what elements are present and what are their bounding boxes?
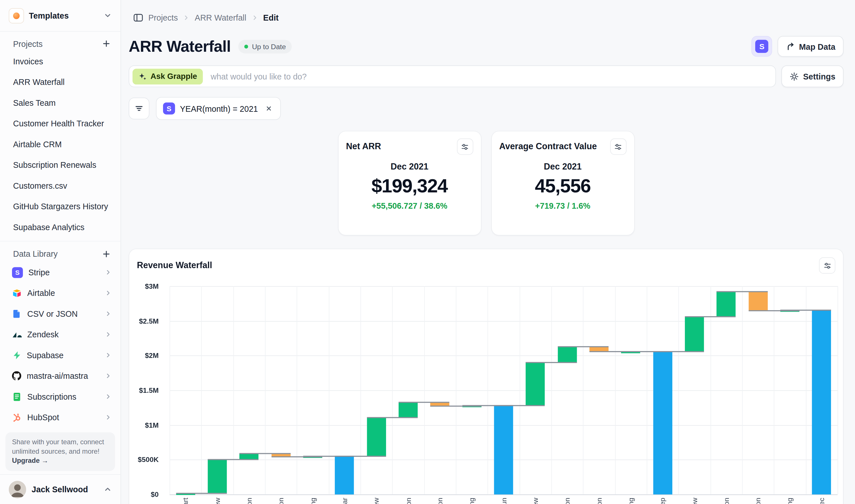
app: Templates Projects Invoices ARR Waterfal…	[0, 0, 855, 504]
sidebar-item-csv-or-json[interactable]: CSV or JSON	[0, 304, 120, 324]
y-tick-label: $1M	[145, 421, 159, 429]
waterfall-connector	[239, 453, 290, 454]
chevron-right-icon	[105, 310, 112, 318]
sidebar-item-arr-waterfall[interactable]: ARR Waterfall	[0, 72, 120, 93]
sidebar-item-github-stargazers-history[interactable]: GitHub Stargazers History	[0, 196, 120, 217]
sidebar-item-stripe[interactable]: S Stripe	[0, 262, 120, 283]
data-library-section-header: Data Library	[0, 246, 120, 262]
projects-list: Invoices ARR Waterfall Sales Team Custom…	[0, 51, 120, 237]
add-source-button[interactable]	[101, 248, 112, 259]
sliders-icon	[823, 261, 831, 270]
add-project-button[interactable]	[101, 38, 112, 49]
chart-options-button[interactable]	[819, 257, 835, 274]
sidebar-item-supabase[interactable]: Supabase	[0, 345, 120, 366]
gridline-vertical	[297, 286, 297, 494]
card-options-button[interactable]	[457, 138, 473, 155]
sidebar-item-supabase-analytics[interactable]: Supabase Analytics	[0, 217, 120, 237]
card-value: $199,324	[346, 175, 473, 197]
filter-chip-label: YEAR(month) = 2021	[180, 104, 258, 113]
stripe-source-button[interactable]: S	[751, 36, 772, 57]
gridline	[170, 286, 838, 287]
stripe-icon: S	[163, 102, 175, 114]
user-menu[interactable]: Jack Sellwood	[0, 474, 120, 504]
breadcrumb-projects[interactable]: Projects	[148, 13, 178, 22]
x-tick-label: Expansion	[722, 498, 730, 504]
waterfall-connector	[367, 417, 418, 418]
card-options-button[interactable]	[610, 138, 626, 155]
sidebar-item-sales-team[interactable]: Sales Team	[0, 93, 120, 113]
ask-input[interactable]	[210, 71, 769, 82]
waterfall-bar	[239, 453, 259, 460]
ask-input-container[interactable]: Ask Grapple	[129, 66, 776, 87]
sidebar-item-customers-csv[interactable]: Customers.csv	[0, 176, 120, 196]
workspace-switcher[interactable]: Templates	[0, 0, 120, 32]
upgrade-link[interactable]: Upgrade →	[12, 456, 48, 464]
y-tick-label: $500K	[138, 456, 159, 464]
sidebar-item-hubspot[interactable]: HubSpot	[0, 407, 120, 428]
chevron-right-icon	[105, 290, 112, 297]
waterfall-connector	[176, 493, 227, 494]
x-tick-label: Existing	[308, 498, 317, 504]
sidebar-item-customer-health-tracker[interactable]: Customer Health Tracker	[0, 113, 120, 134]
gridline-vertical	[710, 286, 711, 494]
x-axis: StartNewExpansionContractionExistingMarN…	[170, 494, 838, 504]
filter-button[interactable]	[129, 97, 149, 119]
waterfall-bar	[208, 460, 227, 493]
x-tick-label: Existing	[627, 498, 635, 504]
sidebar-item-mastra[interactable]: mastra-ai/mastra	[0, 366, 120, 386]
github-icon	[12, 371, 21, 380]
waterfall-plot	[170, 286, 838, 494]
gridline-vertical	[774, 286, 774, 494]
gridline-vertical	[392, 286, 393, 494]
map-data-button[interactable]: Map Data	[778, 36, 843, 57]
waterfall-bar	[749, 292, 768, 311]
avg-contract-value-card: Average Contract Value Dec 2021 45,556 +…	[491, 131, 635, 236]
waterfall-connector	[812, 310, 831, 311]
map-data-icon	[786, 42, 795, 51]
page-header: ARR Waterfall Up to Date S Map Data	[129, 36, 843, 57]
sidebar-item-subscription-renewals[interactable]: Subscription Renewals	[0, 155, 120, 175]
airtable-icon	[12, 288, 22, 298]
gridline-vertical	[520, 286, 520, 494]
gridline-vertical	[456, 286, 457, 494]
gridline-vertical	[838, 286, 838, 494]
chevron-right-icon	[105, 373, 112, 380]
x-tick-label: New	[531, 498, 539, 504]
document-icon	[12, 392, 22, 402]
sidebar-item-invoices[interactable]: Invoices	[0, 51, 120, 72]
x-tick-label: New	[372, 498, 380, 504]
settings-button[interactable]: Settings	[781, 66, 843, 87]
chevron-down-icon	[104, 12, 112, 20]
gridline-vertical	[265, 286, 266, 494]
sidebar-item-airtable-crm[interactable]: Airtable CRM	[0, 134, 120, 155]
filter-chip[interactable]: S YEAR(month) = 2021	[156, 97, 281, 120]
sidebar-toggle-icon[interactable]	[133, 12, 143, 22]
x-tick-label: Contraction	[277, 498, 285, 504]
x-tick-label: Contraction	[754, 498, 762, 504]
x-tick-label: Contraction	[436, 498, 444, 504]
sidebar-item-subscriptions[interactable]: Subscriptions	[0, 386, 120, 407]
waterfall-connector	[494, 405, 545, 406]
sidebar-item-airtable[interactable]: Airtable	[0, 283, 120, 304]
card-title: Average Contract Value	[499, 142, 597, 151]
x-tick-label: Jun	[500, 498, 508, 504]
page-title: ARR Waterfall	[129, 37, 231, 55]
waterfall-connector	[335, 456, 386, 457]
x-tick-label: Expansion	[404, 498, 412, 504]
remove-filter-button[interactable]	[264, 104, 274, 113]
gridline-vertical	[647, 286, 647, 494]
gridline-vertical	[424, 286, 425, 494]
ask-grapple-button[interactable]: Ask Grapple	[132, 68, 203, 84]
user-name: Jack Sellwood	[32, 485, 99, 494]
sidebar-item-zendesk[interactable]: Zendesk	[0, 324, 120, 345]
breadcrumb: Projects ARR Waterfall Edit	[129, 11, 843, 24]
chevron-right-icon	[105, 393, 112, 400]
filter-icon	[135, 104, 144, 113]
revenue-waterfall-card: Revenue Waterfall $0$500K$1M$1.5M$2M$2.5…	[129, 249, 843, 504]
y-tick-label: $3M	[145, 282, 159, 290]
card-delta: +719.73 / 1.6%	[499, 201, 626, 211]
hubspot-icon	[12, 413, 22, 422]
waterfall-connector	[717, 291, 767, 292]
chevron-right-icon	[251, 14, 258, 21]
breadcrumb-project-name[interactable]: ARR Waterfall	[195, 13, 246, 22]
